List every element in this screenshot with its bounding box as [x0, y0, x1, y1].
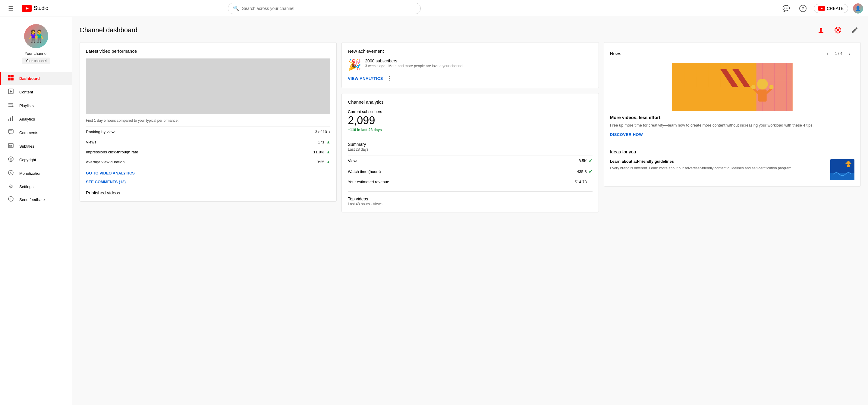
view-analytics-button[interactable]: VIEW ANALYTICS [348, 76, 383, 81]
svg-rect-5 [8, 75, 10, 77]
views-check-icon: ✔ [589, 158, 592, 164]
content-icon [7, 88, 14, 96]
idea-thumbnail [830, 159, 855, 180]
upload-button[interactable] [815, 24, 827, 36]
create-video-icon [818, 6, 825, 11]
subtitles-icon [7, 143, 14, 150]
news-prev-button[interactable]: ‹ [823, 49, 832, 58]
revenue-dash-icon: — [589, 180, 592, 184]
news-article-desc: Free up more time for creativity—learn h… [610, 122, 855, 128]
chat-icon: 💬 [782, 5, 790, 12]
sidebar-item-settings[interactable]: ⚙ Settings [0, 180, 72, 193]
watchtime-label: Watch time (hours) [348, 169, 381, 174]
achievement-subtitle: 3 weeks ago · More and more people are l… [365, 64, 592, 68]
settings-icon: ⚙ [7, 183, 14, 190]
help-button[interactable]: ? [797, 2, 809, 14]
svg-rect-17 [12, 116, 13, 121]
svg-marker-14 [12, 105, 13, 107]
svg-point-33 [837, 29, 839, 31]
notifications-button[interactable]: 💬 [780, 2, 792, 14]
create-label: CREATE [827, 6, 844, 11]
top-navigation: ☰ Studio 🔍 💬 ? CREATE [0, 0, 868, 17]
ranking-label: Ranking by views [86, 130, 116, 134]
copyright-label: Copyright [19, 158, 36, 162]
views-row: Views 171 ▲ [86, 137, 330, 147]
news-card: News ‹ 1 / 4 › [604, 42, 861, 187]
svg-text:©: © [10, 158, 12, 161]
hamburger-icon: ☰ [8, 5, 13, 12]
discover-how-button[interactable]: DISCOVER HOW [610, 132, 643, 137]
views-label: Views [86, 140, 96, 144]
video-thumbnail [86, 59, 330, 114]
channel-name: Your channel [25, 51, 47, 56]
svg-rect-22 [8, 144, 13, 148]
more-options-button[interactable]: ⋮ [387, 75, 393, 82]
comments-icon [7, 129, 14, 136]
user-avatar[interactable]: 👤 [853, 3, 863, 13]
duration-value: 3:25 ▲ [317, 159, 330, 164]
help-icon: ? [799, 5, 807, 12]
ideas-section: Ideas for you Learn about ad-friendly gu… [610, 143, 855, 180]
sidebar-item-subtitles[interactable]: Subtitles [0, 139, 72, 153]
duration-label: Average view duration [86, 160, 124, 164]
playlists-label: Playlists [19, 103, 34, 108]
sidebar: 👫 Your channel Your channel Dashboard Co… [0, 17, 72, 405]
idea-image-svg [830, 159, 855, 180]
svg-rect-7 [8, 78, 10, 81]
subscribers-change: +116 in last 28 days [348, 128, 592, 132]
news-navigation: ‹ 1 / 4 › [823, 49, 855, 58]
latest-video-title: Latest video performance [86, 49, 330, 54]
achievement-content: 2000 subscribers 3 weeks ago · More and … [365, 59, 592, 68]
header-actions [815, 24, 861, 36]
channel-avatar: 👫 [24, 24, 48, 48]
svg-rect-32 [818, 32, 824, 33]
search-input[interactable] [242, 6, 415, 11]
sidebar-item-comments[interactable]: Comments [0, 126, 72, 139]
livestream-button[interactable] [832, 24, 844, 36]
revenue-value: $14.73 — [575, 180, 592, 184]
views-summary-row: Views 8.5K ✔ [348, 155, 592, 166]
summary-title: Summary [348, 142, 592, 147]
watchtime-summary-row: Watch time (hours) 435.8 ✔ [348, 166, 592, 177]
top-videos-subtitle: Last 48 hours · Views [348, 202, 592, 206]
sidebar-profile: 👫 Your channel Your channel [0, 17, 72, 69]
watchtime-value: 435.8 ✔ [577, 169, 592, 175]
subscribers-count: 2,099 [348, 115, 592, 126]
hamburger-menu-button[interactable]: ☰ [5, 2, 17, 14]
youtube-icon [22, 5, 32, 12]
ranking-arrow: › [329, 129, 330, 134]
monetization-icon: $ [7, 170, 14, 177]
edit-button[interactable] [849, 24, 861, 36]
views-summary-label: Views [348, 158, 358, 163]
channel-link[interactable]: Your channel [22, 58, 50, 64]
divider-2 [348, 191, 592, 192]
sidebar-item-copyright[interactable]: © Copyright [0, 153, 72, 167]
svg-text:$: $ [10, 171, 12, 175]
news-next-button[interactable]: › [845, 49, 855, 58]
achievement-row: 🎉 2000 subscribers 3 weeks ago · More an… [348, 59, 592, 71]
published-videos-title: Published videos [86, 190, 330, 195]
settings-label: Settings [19, 184, 33, 189]
revenue-label: Your estimated revenue [348, 180, 389, 184]
upload-icon [817, 27, 825, 34]
sidebar-item-playlists[interactable]: Playlists [0, 99, 72, 113]
middle-column: New achievement 🎉 2000 subscribers 3 wee… [341, 42, 598, 213]
see-comments-button[interactable]: SEE COMMENTS (12) [86, 180, 126, 184]
create-button[interactable]: CREATE [814, 4, 848, 13]
sidebar-item-analytics[interactable]: Analytics [0, 113, 72, 126]
sidebar-item-feedback[interactable]: ! Send feedback [0, 193, 72, 207]
sidebar-item-dashboard[interactable]: Dashboard [0, 72, 72, 85]
views-trend-icon: ▲ [326, 139, 330, 144]
idea-description: Every brand is different. Learn more abo… [610, 165, 827, 171]
sidebar-item-content[interactable]: Content [0, 85, 72, 99]
go-to-analytics-button[interactable]: GO TO VIDEO ANALYTICS [86, 171, 135, 176]
ideas-title: Ideas for you [610, 149, 855, 154]
divider [348, 137, 592, 137]
logo-link[interactable]: Studio [22, 5, 48, 12]
studio-label: Studio [34, 5, 48, 11]
idea-item: Learn about ad-friendly guidelines Every… [610, 159, 855, 180]
sidebar-item-monetization[interactable]: $ Monetization [0, 167, 72, 180]
sidebar-navigation: Dashboard Content Playlists Analytics Co… [0, 69, 72, 405]
news-article-title: More videos, less effort [610, 115, 855, 120]
svg-rect-4 [824, 8, 825, 9]
